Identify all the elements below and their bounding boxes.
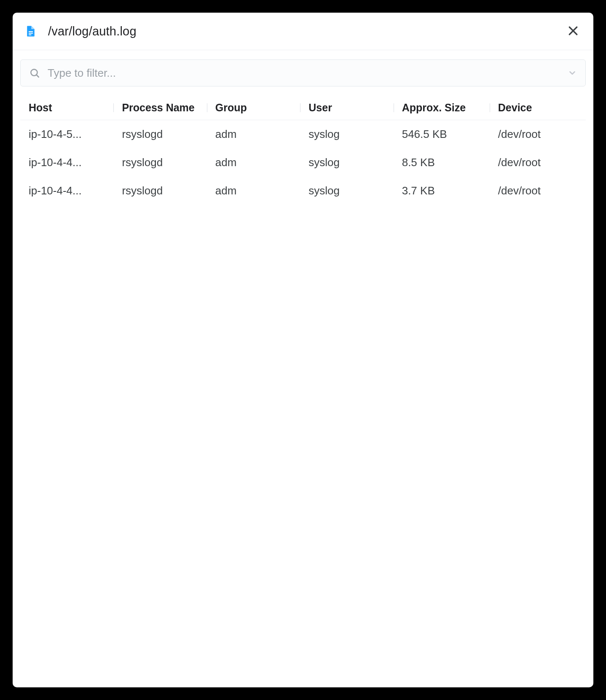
cell-group: adm (207, 177, 300, 205)
cell-process: rsyslogd (113, 177, 206, 205)
log-sources-table: Host Process Name Group User Approx. Siz… (20, 96, 586, 205)
filter-input[interactable] (48, 67, 568, 80)
cell-group: adm (207, 120, 300, 149)
cell-group: adm (207, 148, 300, 177)
document-icon (24, 25, 37, 38)
table-header-row: Host Process Name Group User Approx. Siz… (20, 96, 586, 120)
col-header-size[interactable]: Approx. Size (394, 96, 490, 120)
chevron-down-icon[interactable] (568, 68, 577, 78)
cell-device: /dev/root (490, 120, 586, 149)
cell-host: ip-10-4-5... (20, 120, 113, 149)
cell-process: rsyslogd (113, 148, 206, 177)
cell-size: 8.5 KB (394, 148, 490, 177)
search-icon (29, 67, 40, 78)
cell-device: /dev/root (490, 148, 586, 177)
svg-rect-0 (29, 31, 33, 32)
svg-rect-1 (29, 33, 33, 34)
cell-user: syslog (300, 120, 393, 149)
filter-bar (13, 50, 593, 96)
table-container: Host Process Name Group User Approx. Siz… (13, 96, 593, 687)
cell-process: rsyslogd (113, 120, 206, 149)
cell-user: syslog (300, 177, 393, 205)
cell-size: 546.5 KB (394, 120, 490, 149)
col-header-host[interactable]: Host (20, 96, 113, 120)
cell-user: syslog (300, 148, 393, 177)
panel-header: /var/log/auth.log (13, 13, 593, 50)
table-row[interactable]: ip-10-4-4... rsyslogd adm syslog 3.7 KB … (20, 177, 586, 205)
cell-size: 3.7 KB (394, 177, 490, 205)
cell-device: /dev/root (490, 177, 586, 205)
table-row[interactable]: ip-10-4-4... rsyslogd adm syslog 8.5 KB … (20, 148, 586, 177)
cell-host: ip-10-4-4... (20, 148, 113, 177)
close-button[interactable] (565, 23, 582, 40)
filter-box[interactable] (20, 59, 586, 86)
svg-line-6 (37, 75, 39, 77)
col-header-process[interactable]: Process Name (113, 96, 206, 120)
panel-title: /var/log/auth.log (48, 24, 565, 38)
col-header-user[interactable]: User (300, 96, 393, 120)
svg-rect-2 (29, 35, 31, 35)
log-file-panel: /var/log/auth.log (13, 13, 593, 687)
col-header-device[interactable]: Device (490, 96, 586, 120)
table-row[interactable]: ip-10-4-5... rsyslogd adm syslog 546.5 K… (20, 120, 586, 149)
cell-host: ip-10-4-4... (20, 177, 113, 205)
close-icon (567, 24, 579, 38)
col-header-group[interactable]: Group (207, 96, 300, 120)
